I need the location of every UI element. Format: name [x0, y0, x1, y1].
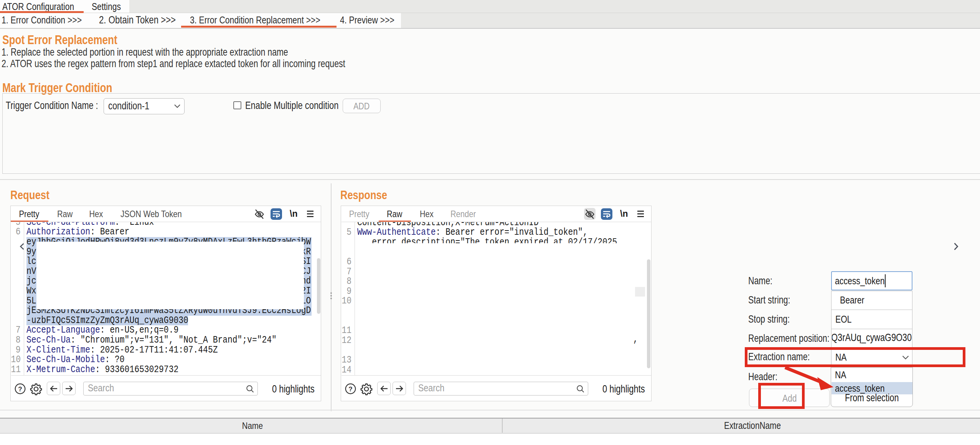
- svg-text:?: ?: [18, 386, 22, 393]
- svg-text:?: ?: [348, 386, 352, 393]
